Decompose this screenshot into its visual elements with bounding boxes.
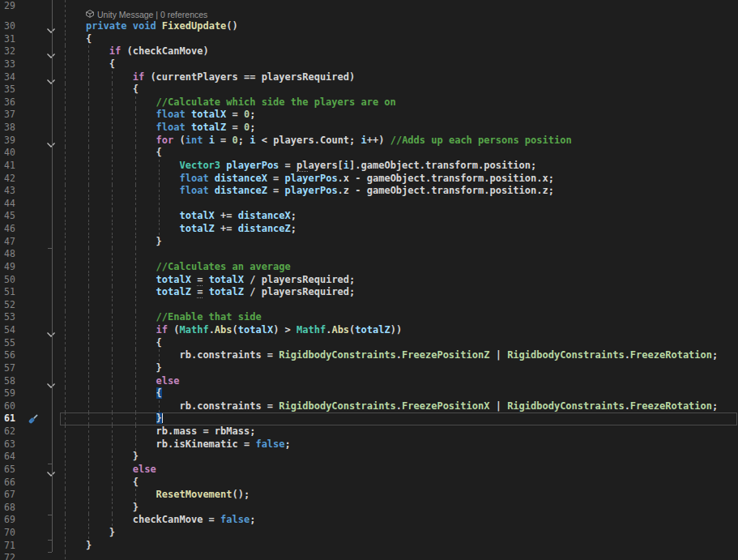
line-number[interactable]: 60 bbox=[0, 400, 24, 413]
code-line[interactable]: 37 float totalX = 0; bbox=[0, 109, 738, 122]
code-line[interactable]: 36 //Calculate which side the players ar… bbox=[0, 96, 738, 109]
line-number[interactable]: 52 bbox=[0, 299, 24, 312]
code-line[interactable]: 34 if (currentPlayers == playersRequired… bbox=[0, 71, 738, 84]
quick-actions-screwdriver-icon[interactable] bbox=[27, 413, 40, 425]
code-line[interactable]: 52 bbox=[0, 299, 738, 312]
code-content[interactable]: { bbox=[62, 337, 738, 350]
code-line[interactable]: 55 { bbox=[0, 337, 738, 350]
fold-chevron-icon[interactable] bbox=[46, 75, 56, 81]
line-number[interactable]: 47 bbox=[0, 236, 24, 249]
code-content[interactable]: //Calculates an average bbox=[62, 261, 738, 274]
code-content[interactable]: for (int i = 0; i < players.Count; i++) … bbox=[62, 135, 738, 147]
fold-chevron-icon[interactable] bbox=[46, 327, 56, 334]
code-line[interactable]: 68 } bbox=[0, 502, 738, 515]
code-line[interactable]: 43 float distanceZ = playerPos.z - gameO… bbox=[0, 185, 738, 198]
fold-chevron-icon[interactable] bbox=[46, 378, 56, 385]
line-number[interactable]: 67 bbox=[0, 489, 24, 502]
fold-chevron-icon[interactable] bbox=[46, 24, 56, 30]
code-content[interactable]: { bbox=[62, 477, 738, 489]
fold-chevron-icon[interactable] bbox=[46, 467, 56, 473]
line-number[interactable]: 46 bbox=[0, 223, 24, 236]
line-number[interactable]: 57 bbox=[0, 362, 24, 375]
code-content[interactable]: } bbox=[62, 413, 738, 425]
line-number[interactable]: 39 bbox=[0, 135, 24, 147]
line-number[interactable]: 42 bbox=[0, 173, 24, 186]
code-line[interactable]: 64 } bbox=[0, 451, 738, 464]
line-number[interactable]: 69 bbox=[0, 514, 24, 527]
code-line[interactable]: 70 } bbox=[0, 527, 738, 540]
line-number[interactable]: 58 bbox=[0, 375, 24, 388]
code-content[interactable]: float totalZ = 0; bbox=[62, 122, 738, 135]
code-content[interactable] bbox=[62, 552, 738, 560]
line-number[interactable]: 34 bbox=[0, 71, 24, 84]
line-number[interactable]: 45 bbox=[0, 210, 24, 223]
line-number[interactable]: 66 bbox=[0, 477, 24, 489]
code-line[interactable]: 49 //Calculates an average bbox=[0, 261, 738, 274]
code-line[interactable]: 41 Vector3 playerPos = players[i].gameOb… bbox=[0, 160, 738, 173]
code-line[interactable]: 65 else bbox=[0, 464, 738, 477]
code-content[interactable] bbox=[62, 0, 738, 10]
code-line[interactable]: 44 bbox=[0, 198, 738, 211]
code-content[interactable]: } bbox=[62, 451, 738, 464]
code-line[interactable]: 46 totalZ += distanceZ; bbox=[0, 223, 738, 236]
code-line[interactable]: 57 } bbox=[0, 362, 738, 375]
line-number[interactable]: 50 bbox=[0, 274, 24, 287]
line-number[interactable]: 53 bbox=[0, 311, 24, 324]
code-line[interactable]: 67 ResetMovement(); bbox=[0, 489, 738, 502]
code-line[interactable]: 39 for (int i = 0; i < players.Count; i+… bbox=[0, 135, 738, 147]
line-number[interactable]: 65 bbox=[0, 464, 24, 477]
code-content[interactable]: Vector3 playerPos = players[i].gameObjec… bbox=[62, 160, 738, 173]
code-content[interactable]: //Enable that side bbox=[62, 311, 738, 324]
line-number[interactable]: 38 bbox=[0, 122, 24, 135]
code-content[interactable]: totalX += distanceX; bbox=[62, 210, 738, 223]
code-content[interactable]: else bbox=[62, 375, 738, 388]
code-content[interactable]: { bbox=[62, 83, 738, 96]
code-content[interactable]: rb.mass = rbMass; bbox=[62, 425, 738, 438]
code-line[interactable]: 69 checkCanMove = false; bbox=[0, 514, 738, 527]
code-content[interactable]: rb.isKinematic = false; bbox=[62, 438, 738, 451]
codelens-text[interactable]: Unity Message | 0 references bbox=[97, 10, 207, 20]
code-content[interactable]: } bbox=[62, 502, 738, 515]
line-number[interactable]: 36 bbox=[0, 96, 24, 109]
code-line[interactable]: 58 else bbox=[0, 375, 738, 388]
code-content[interactable]: if (checkCanMove) bbox=[62, 45, 738, 58]
code-line[interactable]: 62 rb.mass = rbMass; bbox=[0, 425, 738, 438]
code-line[interactable]: 35 { bbox=[0, 83, 738, 96]
code-line[interactable]: 30 private void FixedUpdate() bbox=[0, 20, 738, 33]
line-number[interactable]: 44 bbox=[0, 198, 24, 211]
code-content[interactable]: if (currentPlayers == playersRequired) bbox=[62, 71, 738, 84]
code-content[interactable]: float totalX = 0; bbox=[62, 109, 738, 122]
line-number[interactable]: 35 bbox=[0, 83, 24, 96]
line-number[interactable]: 61 bbox=[0, 413, 24, 425]
code-content[interactable] bbox=[62, 248, 738, 261]
line-number[interactable]: 33 bbox=[0, 58, 24, 71]
code-line[interactable]: 59 { bbox=[0, 387, 738, 400]
line-number[interactable]: 49 bbox=[0, 261, 24, 274]
code-line[interactable]: 54 if (Mathf.Abs(totalX) > Mathf.Abs(tot… bbox=[0, 324, 738, 337]
line-number[interactable]: 55 bbox=[0, 337, 24, 350]
line-number[interactable]: 68 bbox=[0, 502, 24, 515]
code-content[interactable]: private void FixedUpdate() bbox=[62, 20, 738, 33]
code-line[interactable]: 72 bbox=[0, 552, 738, 560]
code-line[interactable]: 63 rb.isKinematic = false; bbox=[0, 438, 738, 451]
line-number[interactable]: 70 bbox=[0, 527, 24, 540]
code-editor[interactable]: 29Unity Message | 0 references30 private… bbox=[0, 0, 738, 560]
line-number[interactable]: 64 bbox=[0, 451, 24, 464]
code-content[interactable]: totalZ += distanceZ; bbox=[62, 223, 738, 236]
line-number[interactable]: 40 bbox=[0, 147, 24, 160]
code-content[interactable]: //Calculate which side the players are o… bbox=[62, 96, 738, 109]
code-line[interactable]: 71 } bbox=[0, 540, 738, 553]
fold-chevron-icon[interactable] bbox=[46, 138, 56, 144]
code-line[interactable]: 56 rb.constraints = RigidbodyConstraints… bbox=[0, 349, 738, 362]
code-content[interactable]: float distanceZ = playerPos.z - gameObje… bbox=[62, 185, 738, 198]
code-line[interactable]: 29 bbox=[0, 0, 738, 10]
line-number[interactable]: 32 bbox=[0, 45, 24, 58]
code-content[interactable] bbox=[62, 299, 738, 312]
code-content[interactable]: checkCanMove = false; bbox=[62, 514, 738, 527]
line-number[interactable]: 62 bbox=[0, 425, 24, 438]
code-line[interactable]: 48 bbox=[0, 248, 738, 261]
code-line[interactable]: 53 //Enable that side bbox=[0, 311, 738, 324]
code-content[interactable]: float distanceX = playerPos.x - gameObje… bbox=[62, 173, 738, 186]
code-content[interactable]: { bbox=[62, 147, 738, 160]
code-content[interactable]: } bbox=[62, 236, 738, 249]
